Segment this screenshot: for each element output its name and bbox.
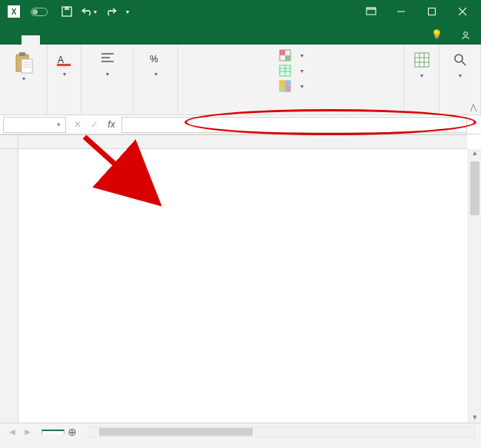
formula-bar: ▾ ✕ ✓ fx ⌄ xyxy=(0,115,481,134)
chevron-down-icon: ▾ xyxy=(459,72,462,79)
minimize-button[interactable] xyxy=(386,0,416,23)
sheet-nav-prev-icon[interactable]: ◄ xyxy=(8,426,17,437)
redo-icon[interactable] xyxy=(106,6,117,17)
font-icon: A xyxy=(54,48,75,69)
expand-formula-icon[interactable]: ⌄ xyxy=(472,118,478,126)
svg-rect-16 xyxy=(57,64,71,66)
format-as-table-button[interactable]: ▾ xyxy=(279,65,304,77)
svg-rect-22 xyxy=(280,50,285,55)
svg-rect-29 xyxy=(280,81,285,86)
tab-data[interactable] xyxy=(95,35,114,45)
status-bar xyxy=(0,440,481,448)
svg-rect-33 xyxy=(415,53,429,67)
column-headers[interactable] xyxy=(18,134,467,149)
share-icon xyxy=(461,31,470,40)
svg-point-8 xyxy=(464,32,468,36)
cells-icon xyxy=(411,49,433,71)
close-button[interactable] xyxy=(447,0,478,23)
conditional-formatting-icon xyxy=(279,49,291,61)
save-icon[interactable] xyxy=(61,6,72,17)
conditional-formatting-button[interactable]: ▾ xyxy=(279,49,304,61)
row-headers[interactable] xyxy=(0,149,18,425)
tab-formulas[interactable] xyxy=(77,35,95,45)
alignment-icon xyxy=(97,48,118,69)
svg-rect-5 xyxy=(429,8,436,15)
chevron-down-icon: ▾ xyxy=(63,71,66,78)
sheet-tab-active[interactable] xyxy=(41,430,65,434)
tab-file[interactable] xyxy=(0,35,22,45)
window-controls xyxy=(386,0,478,23)
svg-text:%: % xyxy=(150,54,158,65)
group-styles: ▾ ▾ ▾ xyxy=(178,45,404,114)
maximize-button[interactable] xyxy=(416,0,447,23)
clipboard-icon xyxy=(12,51,36,75)
fx-icon[interactable]: fx xyxy=(103,119,120,130)
sheet-nav-next-icon[interactable]: ► xyxy=(23,426,32,437)
svg-line-39 xyxy=(462,61,466,65)
cell-styles-icon xyxy=(279,80,291,92)
group-number[interactable]: % ▾ xyxy=(134,45,178,114)
cells-area[interactable] xyxy=(18,149,467,425)
chevron-down-icon: ▾ xyxy=(22,75,25,82)
formula-input[interactable] xyxy=(121,117,467,133)
svg-rect-30 xyxy=(285,81,290,86)
tab-view[interactable] xyxy=(132,35,151,45)
title-bar: X ▾ ▾ xyxy=(0,0,481,23)
scroll-up-icon[interactable]: ▲ xyxy=(469,149,481,161)
lightbulb-icon: 💡 xyxy=(431,29,443,40)
tab-review[interactable] xyxy=(114,35,132,45)
vertical-scrollbar[interactable]: ▲ ▼ xyxy=(468,149,481,425)
tab-home[interactable] xyxy=(22,35,40,45)
chevron-down-icon: ▾ xyxy=(154,71,158,78)
worksheet-grid: ▲ ▼ xyxy=(0,134,481,425)
percent-icon: % xyxy=(145,48,167,69)
svg-text:A: A xyxy=(58,55,64,65)
svg-rect-10 xyxy=(19,52,25,56)
toggle-icon xyxy=(31,8,48,16)
chevron-down-icon: ▾ xyxy=(300,52,304,59)
cell-styles-button[interactable]: ▾ xyxy=(279,80,304,92)
svg-rect-23 xyxy=(285,55,290,61)
svg-rect-32 xyxy=(285,86,290,91)
group-font[interactable]: A ▾ xyxy=(48,45,81,114)
cancel-icon[interactable]: ✕ xyxy=(69,119,86,130)
collapse-ribbon-icon[interactable]: ⋀ xyxy=(470,103,476,111)
name-box[interactable]: ▾ xyxy=(3,117,66,133)
svg-rect-3 xyxy=(367,8,376,10)
new-sheet-button[interactable]: ⊕ xyxy=(65,426,80,438)
find-icon xyxy=(449,49,471,71)
ribbon-display-icon[interactable] xyxy=(366,7,377,16)
tell-me[interactable]: 💡 xyxy=(423,25,453,45)
chevron-down-icon: ▾ xyxy=(420,72,423,79)
share-button[interactable] xyxy=(453,26,481,45)
chevron-down-icon: ▾ xyxy=(106,71,109,78)
sheet-tab-strip: ◄ ► ⊕ xyxy=(0,423,481,440)
chevron-down-icon: ▾ xyxy=(300,68,304,75)
scrollbar-thumb[interactable] xyxy=(99,428,253,436)
horizontal-scrollbar[interactable] xyxy=(89,426,475,437)
group-cells[interactable]: ▾ xyxy=(404,45,440,114)
qat-more-icon[interactable]: ▾ xyxy=(126,8,129,15)
undo-icon[interactable]: ▾ xyxy=(81,6,97,17)
table-icon xyxy=(279,65,291,77)
paste-button[interactable]: ▾ xyxy=(12,48,36,82)
tab-insert[interactable] xyxy=(40,35,58,45)
svg-point-38 xyxy=(455,55,463,62)
select-all-corner[interactable] xyxy=(0,134,18,149)
svg-rect-1 xyxy=(65,7,69,10)
group-clipboard: ▾ xyxy=(0,45,48,114)
scrollbar-thumb[interactable] xyxy=(470,161,479,215)
ribbon-tabs: 💡 xyxy=(0,23,481,45)
quick-access-toolbar: ▾ ▾ xyxy=(61,6,129,17)
autosave-toggle[interactable] xyxy=(28,8,51,16)
ribbon: ▾ A ▾ ▾ % ▾ ▾ xyxy=(0,45,481,115)
svg-rect-11 xyxy=(22,59,32,73)
group-alignment[interactable]: ▾ xyxy=(81,45,134,114)
accept-icon[interactable]: ✓ xyxy=(86,119,103,130)
excel-icon: X xyxy=(8,5,20,18)
svg-rect-31 xyxy=(280,86,285,91)
chevron-down-icon: ▾ xyxy=(300,83,304,90)
tab-page-layout[interactable] xyxy=(58,35,77,45)
chevron-down-icon: ▾ xyxy=(57,121,61,128)
